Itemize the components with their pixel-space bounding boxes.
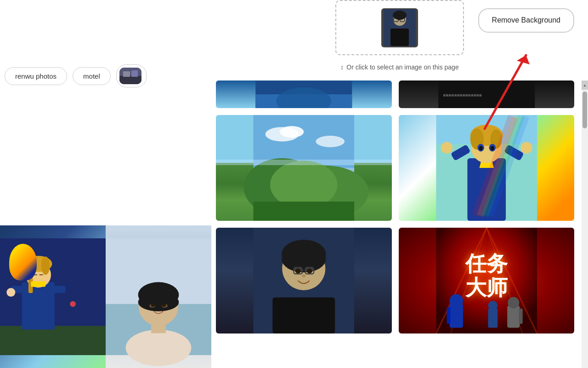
svg-text:大师: 大师 [464,276,508,299]
cursor-icon: ↕ [340,63,344,71]
tag-renwu-photos[interactable]: renwu photos [5,67,67,85]
svg-point-28 [151,303,155,307]
grid-cell-anime[interactable] [399,115,575,221]
image-grid: ■■■■■■■■■■■■■■ [216,80,574,368]
svg-rect-5 [0,326,106,355]
remove-background-button[interactable]: Remove Background [478,8,574,33]
partial-blue-image [216,80,392,108]
partial-dark-svg: ■■■■■■■■■■■■■■ [399,80,575,108]
svg-rect-8 [53,286,66,293]
svg-rect-98 [519,309,522,324]
svg-point-36 [393,11,407,20]
tag-motel[interactable]: motel [73,67,111,85]
svg-point-13 [41,257,50,275]
svg-rect-17 [31,282,45,287]
search-tags: renwu photos motel [0,0,211,97]
svg-marker-38 [517,55,530,64]
drop-zone-preview [384,9,416,46]
grid-cell-partial-blue[interactable] [216,80,392,108]
svg-point-46 [280,126,304,138]
select-hint: ↕ Or click to select an image on this pa… [340,63,458,71]
svg-point-47 [316,136,345,147]
svg-point-29 [162,303,166,307]
svg-point-68 [490,146,494,150]
svg-rect-2 [123,71,130,77]
drop-zone-image [381,8,418,47]
scrollbar[interactable]: ▲ [582,80,588,368]
svg-point-9 [6,288,15,297]
main-panel: Remove Background ↕ Or click to select a… [211,0,588,368]
left-anime-image[interactable] [0,225,106,368]
game-poster-svg: 任务 大师 [399,228,575,334]
grid-cell-portrait[interactable] [216,228,392,334]
game-poster-image: 任务 大师 [399,228,575,334]
grid-cell-game-poster[interactable]: 任务 大师 [399,228,575,334]
svg-point-77 [282,246,326,273]
scrollbar-up-button[interactable]: ▲ [582,80,588,90]
svg-rect-1 [119,76,141,84]
svg-rect-6 [22,282,55,329]
partial-dark-image: ■■■■■■■■■■■■■■ [399,80,575,108]
svg-text:任务: 任务 [465,252,508,276]
left-portrait-image[interactable] [106,225,211,368]
scrollbar-thumb[interactable] [582,92,587,128]
svg-rect-95 [447,307,450,324]
svg-point-59 [441,142,452,154]
svg-point-94 [449,294,463,307]
svg-rect-85 [272,298,335,334]
svg-point-83 [302,274,305,277]
anime-image [399,115,575,221]
left-panel: renwu photos motel [0,0,211,368]
tag-motel-photo[interactable] [116,64,147,87]
svg-rect-3 [131,70,138,77]
portrait-image [216,228,392,334]
svg-rect-35 [390,29,409,46]
svg-rect-52 [253,201,354,221]
svg-point-82 [307,269,313,273]
svg-point-67 [479,146,482,150]
svg-point-18 [70,301,76,307]
drop-zone[interactable] [335,0,464,55]
svg-rect-96 [507,305,520,328]
portrait-bg [106,225,211,368]
svg-point-12 [26,255,37,276]
anime-svg [399,115,575,221]
anime-character-svg [0,225,106,368]
svg-point-21 [126,329,192,366]
tag-thumbnail [119,68,141,84]
landscape-image [216,115,392,221]
tag-thumb-image [119,68,141,84]
svg-point-25 [138,293,179,311]
svg-point-60 [520,142,532,154]
portrait-person-svg [106,225,211,368]
left-bottom-images [0,225,211,368]
portrait-svg [216,228,392,334]
partial-blue-svg [216,80,392,108]
landscape-svg [216,115,392,221]
grid-cell-partial-dark[interactable]: ■■■■■■■■■■■■■■ [399,80,575,108]
svg-point-100 [488,301,498,310]
svg-point-97 [508,297,519,309]
anime-figure-bg [0,225,106,368]
svg-point-81 [295,269,301,273]
svg-rect-99 [488,309,498,328]
svg-text:■■■■■■■■■■■■■■: ■■■■■■■■■■■■■■ [443,92,482,98]
grid-cell-landscape[interactable] [216,115,392,221]
